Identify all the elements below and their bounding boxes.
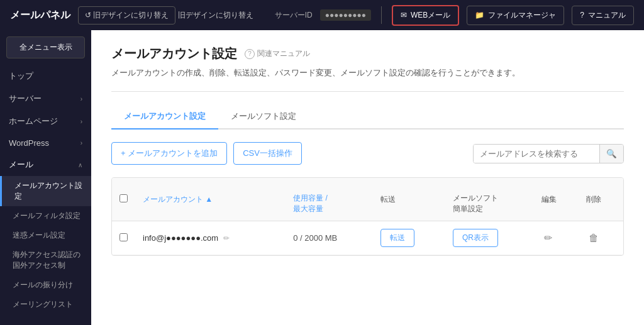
search-icon: 🔍 — [606, 149, 617, 158]
chevron-down-icon: › — [80, 96, 82, 102]
header-divider — [381, 6, 382, 24]
refresh-icon: ↺ 旧デザインに切り替え — [85, 10, 169, 21]
qr-btn[interactable]: QR表示 — [453, 229, 498, 247]
col-mail-account[interactable]: メールアカウント ▲ — [135, 178, 286, 221]
row-delete-btn[interactable]: 🗑 — [586, 230, 601, 246]
manual-btn[interactable]: ? マニュアル — [572, 6, 634, 25]
sidebar-sub-mailing-list[interactable]: メーリングリスト — [0, 295, 91, 314]
col-edit: 編集 — [534, 178, 579, 221]
table-row: info@j●●●●●●●.com ✏ 0 / 2000 MB 転送 QR表示 — [112, 221, 623, 255]
divider — [111, 91, 624, 92]
row-edit-cell: ✏ — [534, 221, 579, 255]
tab-mail-software[interactable]: メールソフト設定 — [218, 104, 309, 129]
csv-btn[interactable]: CSV一括操作 — [233, 142, 302, 165]
add-account-btn[interactable]: + メールアカウントを追加 — [111, 142, 227, 165]
col-capacity[interactable]: 使用容量 / 最大容量 — [286, 178, 373, 221]
search-input[interactable] — [474, 145, 599, 163]
chevron-down-icon: › — [80, 140, 82, 146]
edit-email-icon[interactable]: ✏ — [223, 234, 230, 243]
sidebar-item-server[interactable]: サーバー › — [0, 87, 91, 110]
related-manual-btn[interactable]: ? 関連マニュアル — [245, 48, 310, 59]
question-circle-icon: ? — [580, 11, 584, 19]
page-title-row: メールアカウント設定 ? 関連マニュアル — [111, 45, 624, 62]
switch-design-btn[interactable]: ↺ 旧デザインに切り替え — [78, 6, 175, 25]
sidebar-item-mail[interactable]: メール ∧ — [0, 153, 91, 176]
sidebar-sub-foreign-access[interactable]: 海外アクセス認証の国外アクセス制 — [0, 245, 91, 275]
header-logo: メールパネル — [10, 9, 70, 22]
row-checkbox[interactable] — [119, 233, 128, 241]
sidebar-sub-spam[interactable]: 迷惑メール設定 — [0, 226, 91, 245]
tabs-row: メールアカウント設定 メールソフト設定 — [111, 104, 624, 129]
chevron-down-icon: › — [80, 118, 82, 125]
col-checkbox — [112, 178, 135, 221]
server-id-value: ●●●●●●●●● — [320, 9, 371, 21]
col-delete: 削除 — [579, 178, 623, 221]
sidebar: 全メニュー表示 トップ サーバー › ホームページ › WordPress › … — [0, 30, 91, 325]
row-capacity: 0 / 2000 MB — [293, 233, 337, 243]
mail-account-table: メールアカウント ▲ 使用容量 / 最大容量 転送 メールソフト 簡単設定 編集 — [112, 178, 623, 255]
main-content: メールアカウント設定 ? 関連マニュアル メールアカウントの作成、削除、転送設定… — [91, 30, 644, 325]
server-id-label: サーバーID — [275, 10, 313, 21]
switch-btn-label: 旧デザインに切り替え — [178, 10, 253, 21]
transfer-btn[interactable]: 転送 — [380, 229, 414, 247]
mail-icon: ✉ — [401, 11, 407, 19]
row-delete-cell: 🗑 — [579, 221, 623, 255]
page-description: メールアカウントの作成、削除、転送設定、パスワード変更、メールソフト設定の確認を… — [111, 67, 624, 79]
sidebar-sub-mail-filter[interactable]: メールフィルタ設定 — [0, 206, 91, 226]
toolbar: + メールアカウントを追加 CSV一括操作 🔍 — [111, 142, 624, 165]
row-email: info@j●●●●●●●.com — [143, 233, 218, 243]
sidebar-item-top[interactable]: トップ — [0, 65, 91, 87]
chevron-up-icon: ∧ — [78, 162, 82, 168]
sidebar-item-wordpress[interactable]: WordPress › — [0, 133, 91, 153]
search-box: 🔍 — [473, 144, 624, 163]
header: メールパネル ↺ 旧デザインに切り替え 旧デザインに切り替え サーバーID ●●… — [0, 0, 644, 30]
question-icon: ? — [245, 49, 255, 59]
sidebar-sub-mail-account[interactable]: メールアカウント設定 — [0, 176, 91, 206]
select-all-checkbox[interactable] — [119, 194, 128, 202]
row-checkbox-cell — [112, 221, 135, 255]
sidebar-item-homepage[interactable]: ホームページ › — [0, 110, 91, 133]
search-btn[interactable]: 🔍 — [599, 145, 623, 163]
file-manager-btn[interactable]: 📁 ファイルマネージャ — [467, 6, 564, 25]
webmail-btn[interactable]: ✉ WEBメール — [392, 5, 459, 26]
col-mail-software: メールソフト 簡単設定 — [445, 178, 535, 221]
row-edit-btn[interactable]: ✏ — [541, 229, 555, 246]
all-menu-btn[interactable]: 全メニュー表示 — [6, 36, 85, 58]
row-email-cell: info@j●●●●●●●.com ✏ — [135, 221, 286, 255]
row-transfer-cell: 転送 — [373, 221, 445, 255]
folder-icon: 📁 — [475, 11, 484, 19]
table-wrapper: メールアカウント ▲ 使用容量 / 最大容量 転送 メールソフト 簡単設定 編集 — [111, 177, 624, 256]
row-capacity-cell: 0 / 2000 MB — [286, 221, 373, 255]
tab-mail-account[interactable]: メールアカウント設定 — [111, 104, 218, 129]
col-transfer: 転送 — [373, 178, 445, 221]
page-title: メールアカウント設定 — [111, 45, 237, 62]
sidebar-sub-mail-sort[interactable]: メールの振り分け — [0, 275, 91, 295]
row-qr-cell: QR表示 — [445, 221, 535, 255]
